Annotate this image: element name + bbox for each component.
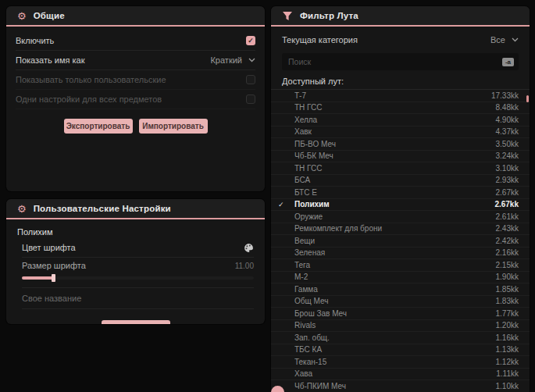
slider-track: [22, 276, 254, 280]
loot-item-row[interactable]: Хелла4.90kk: [271, 114, 530, 127]
panel-loot-filter-header: Фильтр Лута: [271, 6, 530, 27]
slider-handle[interactable]: [52, 274, 55, 282]
same-settings-label: Одни настройки для всех предметов: [16, 94, 162, 104]
loot-item-count: 2.67kk: [494, 200, 519, 208]
loot-item-row[interactable]: Брош Зав Меч1.77kk: [271, 308, 530, 320]
loot-item-row[interactable]: ПБ-ВО Меч3.50kk: [271, 138, 530, 151]
font-size-slider[interactable]: [22, 274, 254, 282]
loot-item-count: 1.77kk: [496, 309, 519, 318]
loot-item-name: Rivals: [294, 321, 496, 330]
category-label: Текущая категория: [282, 35, 358, 45]
loot-item-name: Текан-15: [294, 358, 496, 366]
loot-item-name: ПБ-ВО Меч: [294, 140, 496, 148]
category-row: Текущая категория Все: [282, 30, 519, 50]
loot-item-count: 8.48kk: [496, 103, 519, 112]
loot-item-row[interactable]: Т-717.33kk: [271, 90, 530, 102]
loot-item-count: 2.67kk: [496, 188, 519, 197]
show-name-label: Показать имя как: [16, 55, 85, 65]
check-icon: ✓: [278, 201, 284, 208]
loot-item-row[interactable]: Зап. общ.1.16kk: [271, 332, 530, 344]
show-name-value: Краткий: [210, 55, 242, 65]
import-button[interactable]: Импортировать: [139, 119, 208, 134]
loot-item-name: Ремкомплект для брони: [294, 224, 496, 233]
scrollbar[interactable]: [526, 87, 529, 392]
loot-item-count: 1.10kk: [496, 382, 519, 390]
loot-item-count: 1.11kk: [496, 369, 519, 378]
loot-item-name: Зап. общ.: [294, 333, 496, 342]
loot-item-count: 4.90kk: [496, 116, 519, 124]
loot-item-row[interactable]: Rivals1.20kk: [271, 320, 530, 333]
match-case-icon[interactable]: -а: [502, 58, 514, 66]
scrollbar-thumb[interactable]: [526, 95, 529, 102]
category-dropdown[interactable]: Все: [490, 35, 519, 45]
loot-item-row[interactable]: Тега2.15kk: [271, 259, 530, 272]
panel-loot-filter: Фильтр Лута Текущая категория Все -а Дос…: [271, 6, 530, 392]
loot-item-row[interactable]: Оружие2.61kk: [271, 211, 530, 223]
loot-item-name: ТБС КА: [294, 345, 496, 354]
font-size-row: Размер шрифта 11.00: [22, 258, 254, 288]
loot-item-row[interactable]: Чб-ПКИМ Меч1.10kk: [271, 380, 530, 392]
loot-item-name: БТС Е: [294, 188, 496, 197]
chevron-down-icon: [512, 37, 519, 42]
loot-item-row[interactable]: М-21.90kk: [271, 272, 530, 284]
search-bar: -а: [282, 53, 519, 70]
loot-item-row[interactable]: Вещи2.42kk: [271, 235, 530, 248]
loot-item-row[interactable]: ✓Полихим2.67kk: [271, 199, 530, 212]
loot-item-row[interactable]: ТН ГСС3.10kk: [271, 162, 530, 175]
custom-name-row: [22, 288, 254, 309]
custom-name-input[interactable]: [22, 294, 254, 303]
loot-item-row[interactable]: БТС Е2.67kk: [271, 187, 530, 199]
only-custom-label: Показывать только пользовательские: [16, 75, 166, 84]
loot-item-count: 1.90kk: [496, 273, 519, 281]
only-custom-row: Показывать только пользовательские: [16, 70, 255, 90]
loot-item-row[interactable]: Чб-БК Меч3.24kk: [271, 151, 530, 163]
loot-item-count: 2.61kk: [496, 212, 519, 221]
font-color-label: Цвет шрифта: [22, 243, 76, 252]
delete-button[interactable]: Удалить: [102, 320, 170, 324]
loot-item-row[interactable]: Гамма1.85kk: [271, 283, 530, 296]
font-color-row[interactable]: Цвет шрифта: [22, 238, 254, 258]
loot-item-name: ТН ГСС: [294, 103, 496, 112]
enable-row: Включить ✓: [16, 31, 255, 51]
screen: ⚙ Общие Включить ✓ Показать имя как Крат…: [0, 0, 535, 392]
loot-item-row[interactable]: Общ Меч1.83kk: [271, 296, 530, 308]
loot-item-count: 1.85kk: [496, 285, 519, 294]
panel-general: ⚙ Общие Включить ✓ Показать имя как Крат…: [6, 6, 265, 191]
loot-item-count: 2.42kk: [496, 237, 519, 245]
funnel-icon: [282, 11, 293, 21]
enable-checkbox[interactable]: ✓: [246, 36, 255, 45]
loot-item-count: 2.16kk: [496, 248, 519, 257]
export-button[interactable]: Экспортировать: [64, 119, 133, 134]
loot-item-name: Брош Зав Меч: [294, 309, 496, 318]
loot-item-name: Хава: [294, 369, 496, 378]
loot-item-name: Чб-ПКИМ Меч: [294, 382, 496, 390]
loot-item-row[interactable]: ТБС КА1.13kk: [271, 344, 530, 357]
loot-item-count: 1.13kk: [496, 345, 519, 354]
user-settings-icon: ⚙: [17, 204, 27, 214]
available-loot-label: Доступный лут:: [282, 77, 519, 86]
palette-icon[interactable]: [244, 243, 254, 253]
search-input[interactable]: [288, 57, 502, 66]
only-custom-checkbox[interactable]: [246, 75, 255, 84]
loot-item-row[interactable]: ТН ГСС8.48kk: [271, 102, 530, 115]
loot-item-row[interactable]: Ремкомплект для брони2.43kk: [271, 223, 530, 236]
loot-item-count: 4.37kk: [496, 127, 519, 136]
panel-loot-filter-title: Фильтр Лута: [300, 11, 358, 20]
loot-item-row[interactable]: Текан-151.12kk: [271, 356, 530, 369]
loot-item-count: 1.83kk: [496, 297, 519, 305]
loot-item-name: Тега: [294, 261, 496, 269]
panel-general-title: Общие: [34, 11, 65, 20]
loot-item-row[interactable]: Хавк4.37kk: [271, 127, 530, 139]
loot-item-row[interactable]: БСА2.93kk: [271, 175, 530, 187]
loot-item-name: М-2: [294, 273, 496, 281]
loot-item-count: 17.33kk: [491, 91, 519, 100]
loot-item-row[interactable]: Хава1.11kk: [271, 369, 530, 381]
show-name-dropdown[interactable]: Краткий: [210, 55, 255, 65]
loot-item-row[interactable]: Зеленая2.16kk: [271, 248, 530, 260]
same-settings-row: Одни настройки для всех предметов: [16, 90, 255, 109]
same-settings-checkbox[interactable]: [246, 94, 255, 104]
loot-item-count: 3.10kk: [496, 164, 519, 173]
slider-fill: [22, 276, 53, 280]
loot-item-count: 1.20kk: [496, 321, 519, 330]
panel-user-settings: ⚙ Пользовательские Настройки Полихим Цве…: [6, 199, 265, 324]
